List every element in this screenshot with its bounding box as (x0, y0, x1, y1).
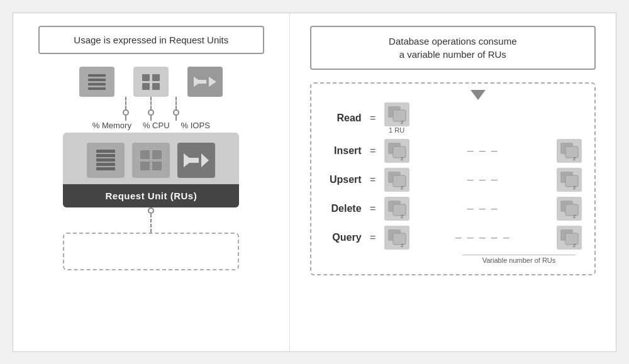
svg-text:z: z (401, 242, 404, 247)
svg-rect-19 (152, 162, 162, 170)
svg-text:z: z (573, 242, 576, 247)
query-label: Query (324, 232, 362, 243)
upsert-ru-svg1: z (387, 170, 407, 189)
ru-arrow-icon (177, 143, 215, 178)
query-op-row: Query = z – – – – – z (324, 226, 582, 250)
svg-rect-33 (393, 175, 406, 187)
iops-icon (187, 67, 223, 97)
svg-rect-27 (393, 146, 406, 158)
variable-note: Variable number of RUs (462, 255, 576, 264)
svg-text:z: z (401, 184, 404, 189)
svg-rect-42 (565, 204, 578, 216)
svg-rect-11 (96, 150, 115, 153)
svg-rect-2 (88, 83, 106, 85)
query-ru-svg2: z (559, 228, 579, 247)
insert-dots: – – – (416, 144, 550, 157)
arrow-svg (184, 148, 209, 172)
connector-cpu (148, 97, 154, 121)
ru-icons-row (63, 133, 239, 184)
insert-equals: = (368, 145, 378, 157)
svg-rect-48 (565, 233, 578, 245)
upsert-dots: – – – (416, 173, 550, 186)
delete-ru-svg2: z (559, 199, 579, 218)
left-panel: Usage is expressed in Request Units (13, 13, 290, 351)
left-header: Usage is expressed in Request Units (38, 26, 264, 54)
cpu-label: % CPU (143, 121, 170, 130)
down-arrow-icon (470, 90, 486, 100)
svg-rect-7 (152, 83, 160, 90)
delete-label: Delete (324, 203, 362, 214)
svg-rect-1 (88, 79, 106, 81)
svg-rect-18 (140, 162, 150, 170)
connectors-row (63, 97, 239, 121)
delete-ru-icon2: z (557, 197, 582, 221)
upsert-ru-icon1: z (384, 168, 409, 192)
query-ru-svg1: z (387, 228, 407, 247)
left-content: % Memory % CPU % IOPS (26, 67, 277, 270)
insert-ru-icon2: z (557, 139, 582, 163)
dashed-line-cpu2 (150, 116, 152, 121)
insert-ru-svg2: z (559, 141, 579, 160)
svg-rect-5 (152, 74, 160, 81)
read-ru-icon: z (384, 102, 409, 126)
svg-rect-24 (393, 110, 406, 121)
grid-svg (138, 148, 164, 172)
operations-area: Read = z 1 RU Insert = (310, 82, 596, 275)
svg-rect-6 (142, 83, 150, 90)
upsert-label: Upsert (324, 174, 362, 185)
svg-rect-39 (393, 204, 406, 216)
svg-rect-15 (96, 167, 115, 170)
upsert-op-row: Upsert = z – – – z (324, 168, 582, 192)
connector-iops (173, 97, 179, 121)
svg-text:z: z (573, 213, 576, 218)
read-arrow-col (470, 90, 486, 101)
cpu-icon-item (133, 67, 169, 97)
svg-text:z: z (401, 213, 404, 218)
main-container: Usage is expressed in Request Units (13, 13, 616, 352)
ru-grid-icon (132, 143, 170, 178)
dashed-area-bottom (63, 233, 239, 270)
svg-rect-12 (96, 154, 115, 157)
ru-box: Request Unit (RUs) (63, 133, 239, 207)
memory-svg (86, 72, 108, 92)
query-ru-icon1: z (384, 226, 409, 250)
iops-icon-item (187, 67, 223, 97)
delete-ru-svg1: z (387, 199, 407, 218)
read-op-row: Read = z 1 RU (324, 102, 582, 134)
dashed-line-memory (125, 97, 126, 109)
query-equals: = (368, 232, 378, 243)
memory-icon (79, 67, 114, 97)
svg-rect-16 (140, 150, 150, 159)
server-svg (93, 148, 118, 172)
labels-row: % Memory % CPU % IOPS (92, 121, 210, 130)
svg-marker-22 (184, 153, 192, 167)
right-header-line2: a variable number of RUs (324, 48, 582, 61)
read-ru-svg: z (387, 105, 407, 124)
svg-rect-13 (96, 158, 115, 162)
upsert-equals: = (368, 174, 378, 185)
read-icon-col: z 1 RU (384, 102, 409, 134)
svg-rect-30 (565, 146, 578, 158)
insert-label: Insert (324, 145, 362, 157)
memory-label: % Memory (92, 121, 131, 130)
insert-ru-icon1: z (384, 139, 409, 163)
svg-rect-0 (88, 74, 106, 77)
cpu-svg (140, 72, 162, 92)
right-header-line1: Database operations consume (324, 35, 582, 48)
dashed-line-cpu (150, 97, 152, 109)
query-ru-icon2: z (557, 226, 582, 250)
read-label: Read (324, 113, 362, 124)
svg-text:z: z (573, 155, 576, 160)
upsert-ru-svg2: z (559, 170, 579, 189)
cpu-icon (133, 67, 169, 97)
memory-icon-item (79, 67, 114, 97)
insert-ru-svg1: z (387, 141, 407, 160)
svg-text:z: z (573, 184, 576, 189)
delete-equals: = (368, 203, 378, 214)
circle-memory (123, 109, 129, 116)
delete-op-row: Delete = z – – – z (324, 197, 582, 221)
insert-op-row: Insert = z – – – z (324, 139, 582, 163)
ru-label: Request Unit (RUs) (63, 184, 239, 207)
dashed-line-iops (175, 97, 177, 109)
svg-rect-4 (142, 74, 150, 81)
